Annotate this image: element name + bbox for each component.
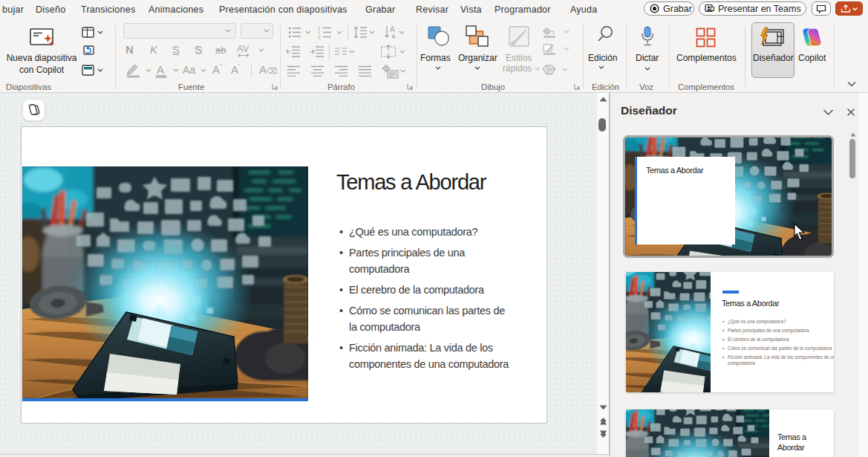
svg-text:A: A [390, 25, 395, 33]
svg-text:AV: AV [237, 43, 249, 54]
svg-text:3: 3 [318, 35, 321, 39]
